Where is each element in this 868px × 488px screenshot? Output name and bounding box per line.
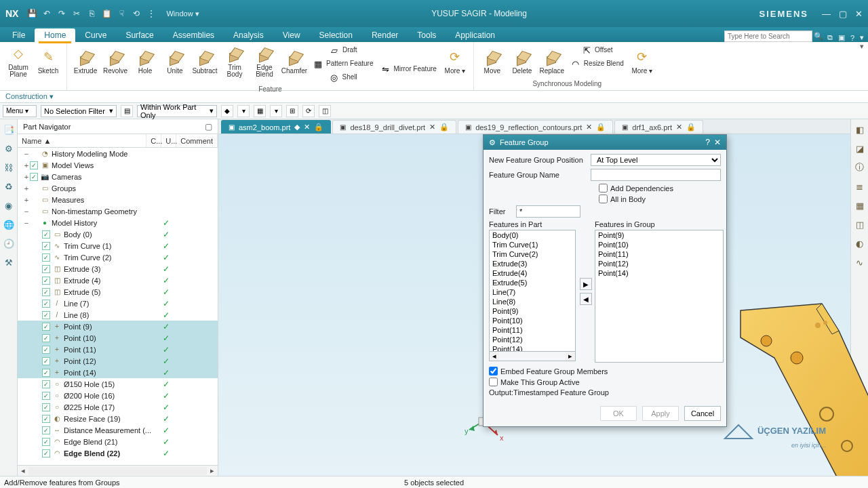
- rail-assembly-icon[interactable]: ⚙: [3, 142, 15, 155]
- repeat-icon[interactable]: ⟲: [131, 8, 142, 19]
- tree-row[interactable]: ✓/Line (8)✓: [18, 309, 218, 321]
- tab-application[interactable]: Application: [446, 28, 505, 42]
- subtract-button[interactable]: Subtract: [191, 43, 219, 79]
- fullscreen-icon[interactable]: ▣: [838, 33, 845, 42]
- col-c[interactable]: C...: [146, 134, 161, 147]
- rail-orient-icon[interactable]: ◪: [854, 142, 866, 155]
- part-navigator-tree[interactable]: −◔History Modeling Mode+✓▣Model Views+✓📷…: [18, 148, 218, 465]
- add-to-group-button[interactable]: ▶: [580, 278, 592, 290]
- revolve-button[interactable]: Revolve: [101, 43, 130, 79]
- apply-button[interactable]: Apply: [642, 406, 679, 421]
- tree-row[interactable]: ✓∿Trim Curve (1)✓: [18, 240, 218, 251]
- col-name[interactable]: Name ▲: [18, 134, 146, 147]
- maximize-icon[interactable]: ▢: [839, 9, 847, 19]
- undo-icon[interactable]: ↶: [41, 8, 52, 19]
- rail-curve-icon[interactable]: ∿: [854, 256, 866, 268]
- sel-icon-2[interactable]: ▾: [237, 105, 250, 117]
- list-item[interactable]: Point(14): [490, 344, 575, 352]
- tab-analysis[interactable]: Analysis: [224, 28, 273, 42]
- unite-button[interactable]: Unite: [161, 43, 189, 79]
- tab-assemblies[interactable]: Assemblies: [163, 28, 224, 42]
- draft-button[interactable]: ▱Draft: [310, 43, 376, 57]
- name-input[interactable]: [591, 169, 721, 181]
- remove-from-group-button[interactable]: ◀: [580, 293, 592, 305]
- tree-row[interactable]: ✓◫Extrude (3)✓: [18, 263, 218, 274]
- rail-hd3d-icon[interactable]: ◉: [3, 199, 15, 211]
- dialog-help-icon[interactable]: ?: [705, 138, 710, 147]
- minimize-icon[interactable]: —: [822, 9, 831, 19]
- tab-close-icon[interactable]: ✕: [429, 123, 435, 131]
- sel-icon-5[interactable]: ⊞: [286, 105, 298, 117]
- resize-blend-button[interactable]: ◠Resize Blend: [568, 57, 627, 70]
- datum-plane-button[interactable]: ◇Datum Plane: [4, 43, 33, 79]
- tree-row[interactable]: ✓/Line (7)✓: [18, 298, 218, 309]
- copy-icon[interactable]: ⎘: [86, 8, 97, 19]
- edge-blend-button[interactable]: Edge Blend: [250, 43, 279, 79]
- document-tab[interactable]: ▣des18_9_drill_divet.prt✕🔒: [332, 120, 456, 134]
- list-item[interactable]: Point(11): [490, 325, 575, 335]
- list-item[interactable]: Trim Curve(1): [490, 240, 575, 249]
- sync-more-button[interactable]: ⟳More ▾: [628, 43, 656, 79]
- tree-row[interactable]: ✓∿Trim Curve (2)✓: [18, 251, 218, 263]
- features-in-part-list[interactable]: Body(0)Trim Curve(1)Trim Curve(2)Extrude…: [489, 230, 576, 352]
- rail-roles-icon[interactable]: ⚒: [3, 256, 15, 268]
- more-icon[interactable]: ⋮: [146, 8, 157, 19]
- tree-row[interactable]: +✓📷Cameras: [18, 171, 218, 182]
- construction-label[interactable]: Construction ▾: [5, 92, 54, 101]
- tab-selection[interactable]: Selection: [310, 28, 362, 42]
- replace-button[interactable]: Replace: [538, 43, 566, 79]
- document-tab[interactable]: ▣drf1_ax6.prt✕🔒: [614, 120, 703, 134]
- list-item[interactable]: Point(9): [595, 230, 723, 240]
- list-item[interactable]: Point(10): [490, 316, 575, 325]
- pin-icon[interactable]: ▢: [205, 122, 212, 131]
- extrude-button[interactable]: Extrude: [71, 43, 100, 79]
- redo-icon[interactable]: ↷: [56, 8, 67, 19]
- tab-file[interactable]: File: [3, 28, 35, 42]
- tab-view[interactable]: View: [273, 28, 310, 42]
- model-geometry[interactable]: [734, 297, 868, 488]
- search-input[interactable]: [724, 30, 812, 42]
- tree-row[interactable]: ✓+Point (10)✓: [18, 332, 218, 344]
- tab-tools[interactable]: Tools: [408, 28, 446, 42]
- list-item[interactable]: Body(0): [490, 230, 575, 240]
- col-u[interactable]: U...: [161, 134, 176, 147]
- filter-input[interactable]: [516, 205, 580, 218]
- dialog-titlebar[interactable]: ⚙ Feature Group ? ✕: [484, 135, 726, 150]
- pattern-feature-button[interactable]: ▦Pattern Feature: [310, 57, 376, 70]
- tree-row[interactable]: ✓◐Resize Face (19)✓: [18, 413, 218, 424]
- mirror-feature-button[interactable]: ⇋Mirror Feature: [377, 62, 439, 76]
- tree-row[interactable]: ✓+Point (14)✓: [18, 367, 218, 378]
- col-comment[interactable]: Comment: [176, 134, 218, 147]
- rail-history-icon[interactable]: 🕘: [3, 237, 15, 249]
- selection-scope-dropdown[interactable]: Within Work Part Only▾: [137, 105, 217, 117]
- help-icon[interactable]: ?: [850, 34, 854, 42]
- window-dropdown[interactable]: Window ▾: [166, 9, 199, 18]
- scroll-left-icon[interactable]: ◂: [18, 466, 28, 475]
- tree-row[interactable]: −▭Non-timestamp Geometry: [18, 205, 218, 217]
- ok-button[interactable]: OK: [600, 406, 637, 421]
- rail-layers-icon[interactable]: ≣: [854, 180, 866, 192]
- dialog-close-icon[interactable]: ✕: [714, 138, 721, 147]
- tab-surface[interactable]: Surface: [116, 28, 163, 42]
- tree-row[interactable]: +✓▣Model Views: [18, 159, 218, 171]
- list-item[interactable]: Point(12): [490, 335, 575, 344]
- rail-display-icon[interactable]: ◧: [854, 123, 866, 136]
- list-item[interactable]: Trim Curve(2): [490, 249, 575, 259]
- tree-row[interactable]: +▭Measures: [18, 194, 218, 205]
- paste-icon[interactable]: 📋: [101, 8, 112, 19]
- move-button[interactable]: Move: [478, 43, 507, 79]
- document-tab[interactable]: ▣asm2_boom.prt◆✕🔒: [221, 120, 331, 134]
- rail-info-icon[interactable]: ⓘ: [854, 161, 866, 174]
- tree-row[interactable]: ✓◫Extrude (4)✓: [18, 274, 218, 286]
- document-tab[interactable]: ▣des19_9_reflection_contours.prt✕🔒: [458, 120, 613, 134]
- rail-constraint-icon[interactable]: ⛓: [3, 161, 15, 174]
- all-body-check[interactable]: All in Body: [599, 195, 721, 203]
- embed-check[interactable]: Embed Feature Group Members: [489, 367, 721, 375]
- tree-row[interactable]: −◔History Modeling Mode: [18, 148, 218, 159]
- rail-section-icon[interactable]: ◫: [854, 218, 866, 230]
- trim-body-button[interactable]: Trim Body: [220, 43, 249, 79]
- part-list-hscroll[interactable]: ◂▸: [489, 352, 576, 361]
- tree-row[interactable]: ✓◠Edge Blend (21)✓: [18, 436, 218, 447]
- position-select[interactable]: At Top Level: [591, 154, 721, 166]
- rail-navigator-icon[interactable]: 📑: [3, 123, 15, 136]
